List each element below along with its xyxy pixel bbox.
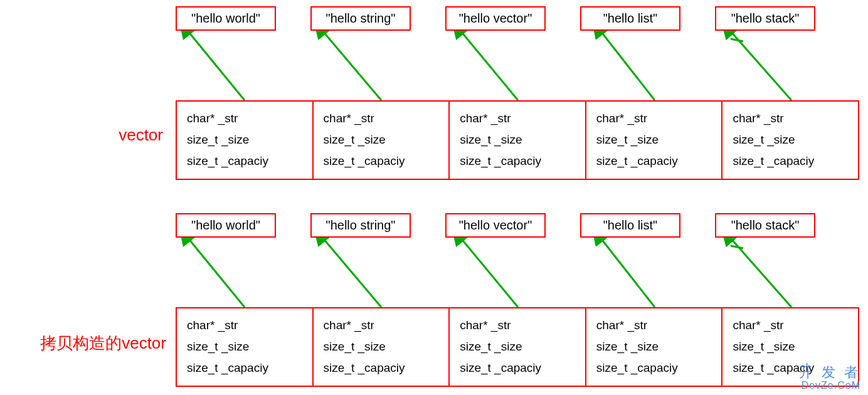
string-box: "hello string" — [310, 6, 411, 31]
vector-cell: char* _str size_t _size size_t _capaciy — [314, 308, 450, 386]
string-box: "hello stack" — [715, 6, 815, 31]
cell-line: size_t _size — [596, 129, 712, 150]
vector-cell: char* _str size_t _size size_t _capaciy — [450, 102, 586, 179]
svg-line-9 — [731, 238, 791, 307]
label-vector: vector — [25, 125, 163, 145]
cell-line: size_t _size — [187, 336, 302, 357]
string-row-2: "hello world" "hello string" "hello vect… — [176, 213, 815, 238]
svg-line-3 — [601, 31, 655, 100]
cell-line: char* _str — [324, 315, 439, 336]
cell-line: char* _str — [460, 315, 575, 336]
cell-line: char* _str — [187, 108, 302, 129]
svg-line-2 — [461, 31, 518, 100]
cell-line: char* _str — [460, 108, 575, 129]
cell-line: size_t _capaciy — [187, 150, 302, 172]
vector-cell: char* _str size_t _size size_t _capaciy — [586, 308, 723, 386]
cell-line: size_t _size — [460, 336, 575, 357]
string-box: "hello vector" — [445, 213, 546, 238]
cell-line: char* _str — [596, 315, 712, 336]
vector-cell: char* _str size_t _size size_t _capaciy — [177, 102, 314, 179]
cell-line: size_t _capaciy — [596, 357, 712, 379]
cell-line: size_t _capaciy — [324, 150, 439, 172]
cell-line: size_t _size — [460, 129, 575, 150]
svg-line-8 — [601, 238, 655, 307]
vector-cell: char* _str size_t _size size_t _capaciy — [586, 102, 723, 179]
cell-line: char* _str — [324, 108, 439, 129]
watermark-line1: 开 发 者 — [799, 365, 860, 380]
svg-line-1 — [323, 31, 381, 100]
cell-line: size_t _capaciy — [733, 150, 848, 172]
vector-container-2: char* _str size_t _size size_t _capaciy … — [176, 307, 859, 387]
svg-line-5 — [188, 238, 245, 307]
cell-line: char* _str — [733, 108, 848, 129]
cell-line: size_t _size — [733, 129, 848, 150]
cell-line: size_t _size — [187, 129, 302, 150]
string-box: "hello string" — [310, 213, 411, 238]
cell-line: size_t _size — [733, 336, 848, 357]
svg-line-0 — [188, 31, 245, 100]
cell-line: char* _str — [733, 315, 848, 336]
cell-line: size_t _capaciy — [460, 357, 575, 379]
string-row-1: "hello world" "hello string" "hello vect… — [176, 6, 815, 31]
string-box: "hello vector" — [445, 6, 546, 31]
svg-line-4 — [731, 31, 791, 100]
string-box: "hello list" — [580, 6, 680, 31]
label-copy-vector: 拷贝构造的vector — [6, 332, 166, 354]
watermark-line2: DevZe.CoM — [799, 380, 860, 391]
vector-cell: char* _str size_t _size size_t _capaciy — [722, 102, 858, 179]
svg-line-7 — [461, 238, 518, 307]
string-box: "hello world" — [176, 6, 276, 31]
vector-cell: char* _str size_t _size size_t _capaciy — [450, 308, 586, 386]
cell-line: size_t _capaciy — [187, 357, 302, 379]
string-box: "hello stack" — [715, 213, 815, 238]
cell-line: size_t _capaciy — [460, 150, 575, 172]
string-box: "hello world" — [176, 213, 276, 238]
cell-line: size_t _capaciy — [596, 150, 712, 172]
cell-line: size_t _size — [324, 336, 439, 357]
vector-cell: char* _str size_t _size size_t _capaciy — [177, 308, 314, 386]
watermark: 开 发 者 DevZe.CoM — [799, 365, 860, 391]
string-box: "hello list" — [580, 213, 680, 238]
vector-cell: char* _str size_t _size size_t _capaciy — [314, 102, 450, 179]
cell-line: size_t _size — [324, 129, 439, 150]
cell-line: size_t _capaciy — [324, 357, 439, 379]
vector-container-1: char* _str size_t _size size_t _capaciy … — [176, 100, 859, 180]
cell-line: size_t _size — [596, 336, 712, 357]
cell-line: char* _str — [596, 108, 712, 129]
svg-line-6 — [323, 238, 381, 307]
svg-line-11 — [731, 246, 743, 248]
cell-line: char* _str — [187, 315, 302, 336]
svg-line-10 — [731, 39, 743, 41]
